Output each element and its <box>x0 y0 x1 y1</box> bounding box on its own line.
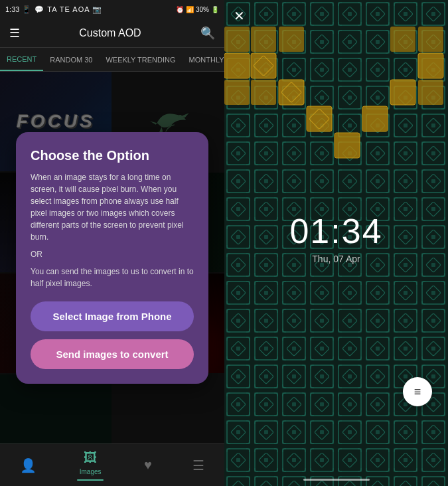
dialog-overlay: Choose the Option When an image stays fo… <box>0 72 224 444</box>
svg-rect-6 <box>251 53 276 78</box>
status-right: ⏰ 📶 30% 🔋 <box>176 6 219 13</box>
right-bottom-indicator <box>303 479 370 481</box>
heart-icon: ♥ <box>144 457 152 473</box>
tab-weekly[interactable]: WEEKLY TRENDING <box>99 48 182 71</box>
tab-recent[interactable]: RECENT <box>0 48 43 71</box>
tab-monthly[interactable]: MONTHLY TRENDING <box>183 48 224 71</box>
battery-icon: 🔋 <box>211 6 219 13</box>
dialog-or: OR <box>31 250 194 259</box>
nav-item-profile[interactable]: 👤 <box>20 457 37 473</box>
svg-rect-30 <box>279 27 304 52</box>
svg-rect-15 <box>335 133 360 158</box>
nav-menu-icon: ☰ <box>192 457 204 473</box>
svg-rect-27 <box>418 80 443 105</box>
svg-rect-19 <box>390 80 415 105</box>
status-bar: 1:33 📱 💬 TA TE AOA 📷 ⏰ 📶 30% 🔋 <box>0 0 224 19</box>
clock-area: 01:34 Thu, 07 Apr <box>289 211 382 264</box>
nav-item-images[interactable]: 🖼 Images <box>77 450 104 481</box>
svg-rect-23 <box>224 53 250 78</box>
left-panel: 1:33 📱 💬 TA TE AOA 📷 ⏰ 📶 30% 🔋 ☰ Custom … <box>0 0 224 486</box>
dialog-body1: When an image stays for a long time on s… <box>31 171 194 243</box>
bottom-nav: 👤 🖼 Images ♥ ☰ <box>0 444 224 486</box>
svg-rect-32 <box>418 27 443 52</box>
tab-random30[interactable]: RANDOM 30 <box>43 48 99 71</box>
nav-item-menu[interactable]: ☰ <box>192 457 204 473</box>
app-title: Custom AOD <box>79 27 141 39</box>
svg-rect-12 <box>307 106 332 131</box>
images-icon: 🖼 <box>84 450 97 465</box>
svg-rect-29 <box>251 27 276 52</box>
close-button[interactable]: ✕ <box>234 8 245 24</box>
clock-time: 01:34 <box>289 211 382 251</box>
battery-percent: 30% <box>196 6 209 13</box>
nav-active-indicator <box>77 479 104 481</box>
send-images-button[interactable]: Send images to convert <box>31 339 194 369</box>
tab-bar: RECENT RANDOM 30 WEEKLY TRENDING MONTHLY… <box>0 48 224 72</box>
choose-option-dialog: Choose the Option When an image stays fo… <box>16 132 208 384</box>
nav-item-heart[interactable]: ♥ <box>144 457 152 473</box>
menu-fab-button[interactable]: ≡ <box>403 377 432 406</box>
status-time: 1:33 <box>5 5 19 13</box>
svg-rect-9 <box>279 80 304 105</box>
right-panel: ✕ 01:34 Thu, 07 Apr ≡ <box>224 0 448 486</box>
svg-rect-31 <box>390 27 415 52</box>
svg-rect-25 <box>224 80 250 105</box>
search-icon[interactable]: 🔍 <box>200 26 215 40</box>
status-left: 1:33 📱 💬 TA TE AOA 📷 <box>5 5 102 14</box>
profile-icon: 👤 <box>20 457 37 473</box>
select-image-button[interactable]: Select Image from Phone <box>31 301 194 331</box>
top-bar: ☰ Custom AOD 🔍 <box>0 19 224 48</box>
signal-icon: 📶 <box>186 6 194 13</box>
alarm-icon: ⏰ <box>176 6 184 13</box>
svg-rect-21 <box>418 53 443 78</box>
dialog-body2: You can send the images to us to convert… <box>31 266 194 289</box>
menu-fab-icon: ≡ <box>414 385 421 399</box>
images-label: Images <box>80 468 102 475</box>
clock-date: Thu, 07 Apr <box>289 254 382 264</box>
menu-icon[interactable]: ☰ <box>9 26 20 40</box>
svg-rect-26 <box>251 80 276 105</box>
status-icons: 📱 💬 TA TE AOA 📷 <box>22 5 102 14</box>
svg-rect-28 <box>224 27 250 52</box>
dialog-title: Choose the Option <box>31 148 194 163</box>
svg-rect-17 <box>362 106 388 131</box>
